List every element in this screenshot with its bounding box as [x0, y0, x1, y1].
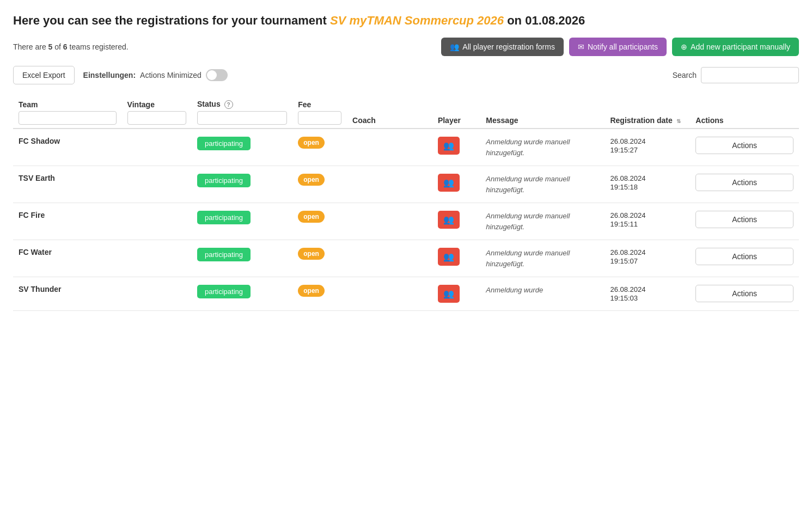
th-reg-date[interactable]: Registration date ⇅ [605, 94, 690, 129]
notify-button[interactable]: ✉ Notify all participants [569, 38, 667, 56]
status-badge: participating [197, 137, 251, 150]
player-cell: 👥 [432, 203, 480, 240]
player-button[interactable]: 👥 [438, 248, 460, 266]
th-vintage-label: Vintage [127, 100, 186, 109]
vintage-cell [122, 277, 192, 311]
excel-label: Excel Export [22, 71, 65, 80]
vintage-cell [122, 240, 192, 277]
player-button[interactable]: 👥 [438, 137, 460, 155]
vintage-filter-input[interactable] [127, 111, 186, 125]
einstellungen-section: Einstellungen: Actions Minimized [83, 69, 228, 81]
th-fee-label: Fee [298, 100, 341, 109]
fee-filter[interactable] [298, 109, 341, 125]
einstellungen-value: Actions Minimized [140, 71, 202, 80]
player-cell: 👥 [432, 240, 480, 277]
message-cell: Anmeldung wurde manuell hinzugefügt. [480, 203, 605, 240]
notify-label: Notify all participants [588, 42, 658, 51]
th-message: Message [480, 94, 605, 129]
player-button[interactable]: 👥 [438, 174, 460, 192]
th-status-label: Status ? [197, 100, 287, 109]
actions-cell: Actions [690, 240, 799, 277]
actions-button[interactable]: Actions [695, 137, 793, 154]
th-team-label: Team [19, 100, 117, 109]
search-label: Search [673, 71, 697, 80]
status-cell: participating [192, 277, 292, 311]
teams-total: 6 [63, 42, 68, 51]
message-text: Anmeldung wurde manuell hinzugefügt. [486, 212, 570, 231]
search-input[interactable] [701, 67, 799, 83]
message-cell: Anmeldung wurde manuell hinzugefügt. [480, 240, 605, 277]
actions-button[interactable]: Actions [695, 285, 793, 302]
fee-filter-input[interactable] [298, 111, 341, 125]
reg-date-cell: 26.08.202419:15:27 [605, 129, 690, 166]
table-row: FC Water participating open 👥 Anmeldung … [13, 240, 799, 277]
team-name: FC Shadow [19, 137, 60, 145]
toolbar: Excel Export Einstellungen: Actions Mini… [13, 66, 799, 84]
team-cell: FC Shadow [13, 129, 122, 166]
toolbar-right: Search [673, 67, 799, 83]
player-button[interactable]: 👥 [438, 285, 460, 303]
th-reg-date-label: Registration date ⇅ [610, 116, 685, 125]
vintage-filter[interactable] [127, 109, 186, 125]
add-participant-button[interactable]: ⊕ Add new participant manually [672, 38, 799, 56]
actions-button[interactable]: Actions [695, 174, 793, 191]
page-title: Here you can see the registrations for y… [13, 13, 799, 29]
page-header: Here you can see the registrations for y… [13, 13, 799, 29]
reg-date-value: 26.08.202419:15:18 [610, 174, 645, 191]
status-badge: participating [197, 174, 251, 187]
actions-cell: Actions [690, 166, 799, 203]
teams-registered: 5 [48, 42, 53, 51]
th-team: Team [13, 94, 122, 129]
einstellungen-label: Einstellungen: [83, 71, 136, 80]
table-header-row: Team Vintage Status ? Fee Coach [13, 94, 799, 129]
th-player: Player [432, 94, 480, 129]
team-cell: SV Thunder [13, 277, 122, 311]
th-player-label: Player [438, 116, 475, 125]
reg-date-cell: 26.08.202419:15:11 [605, 203, 690, 240]
tournament-name: SV myTMAN Sommercup 2026 [330, 14, 504, 27]
all-forms-button[interactable]: 👥 All player registration forms [441, 38, 564, 56]
fee-badge: open [298, 137, 325, 149]
th-status: Status ? [192, 94, 292, 129]
status-cell: participating [192, 166, 292, 203]
actions-cell: Actions [690, 203, 799, 240]
status-badge: participating [197, 211, 251, 224]
actions-cell: Actions [690, 277, 799, 311]
player-button[interactable]: 👥 [438, 211, 460, 229]
th-fee: Fee [292, 94, 347, 129]
player-cell: 👥 [432, 129, 480, 166]
status-badge: participating [197, 248, 251, 261]
fee-cell: open [292, 166, 347, 203]
fee-cell: open [292, 240, 347, 277]
fee-cell: open [292, 129, 347, 166]
th-actions-label: Actions [695, 116, 793, 125]
excel-export-button[interactable]: Excel Export [13, 66, 75, 84]
notify-icon: ✉ [578, 42, 584, 51]
reg-date-cell: 26.08.202419:15:03 [605, 277, 690, 311]
reg-date-cell: 26.08.202419:15:07 [605, 240, 690, 277]
add-icon: ⊕ [681, 42, 687, 51]
top-actions: 👥 All player registration forms ✉ Notify… [441, 38, 799, 56]
actions-minimized-toggle[interactable] [206, 69, 228, 81]
fee-badge: open [298, 248, 325, 260]
team-filter[interactable] [19, 109, 117, 125]
subtitle: There are 5 of 6 teams registered. [13, 42, 129, 51]
status-cell: participating [192, 240, 292, 277]
team-filter-input[interactable] [19, 111, 117, 125]
all-forms-label: All player registration forms [462, 42, 555, 51]
sort-icon: ⇅ [676, 118, 681, 124]
title-suffix: on 01.08.2026 [507, 14, 585, 27]
status-filter-input[interactable] [197, 111, 287, 125]
status-filter[interactable] [197, 109, 287, 125]
reg-date-value: 26.08.202419:15:11 [610, 211, 645, 228]
status-info-icon[interactable]: ? [224, 100, 233, 109]
fee-cell: open [292, 203, 347, 240]
actions-button[interactable]: Actions [695, 248, 793, 265]
actions-button[interactable]: Actions [695, 211, 793, 228]
th-vintage: Vintage [122, 94, 192, 129]
fee-badge: open [298, 174, 325, 186]
vintage-cell [122, 203, 192, 240]
team-cell: FC Water [13, 240, 122, 277]
table-body: FC Shadow participating open 👥 Anmeldung… [13, 129, 799, 311]
team-name: FC Water [19, 248, 52, 256]
